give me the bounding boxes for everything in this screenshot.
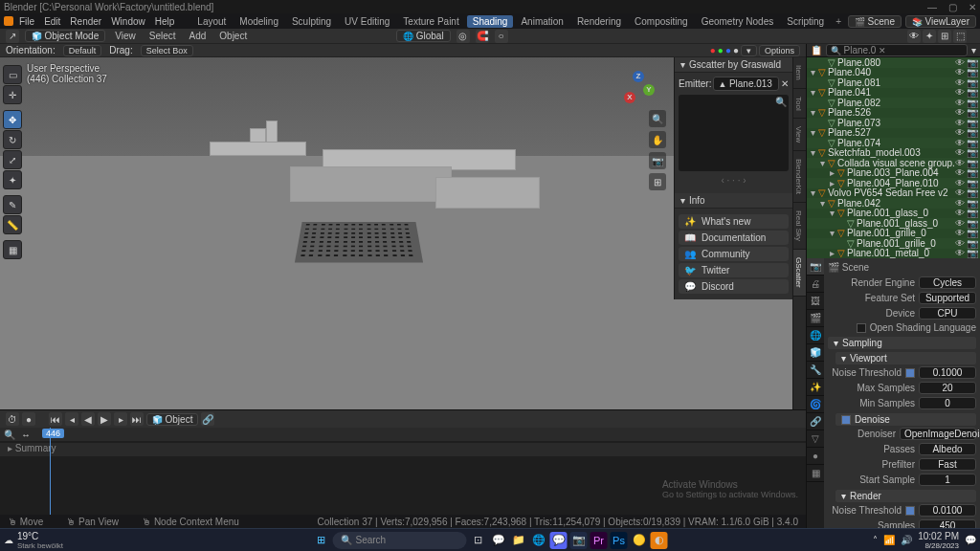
volume-icon[interactable]: 🔊 — [901, 535, 912, 545]
ptab-texture[interactable]: ▦ — [807, 465, 824, 482]
outliner-row[interactable]: ▾▽Plane.042👁📷 — [807, 198, 980, 209]
r-noise[interactable]: 0.0100 — [919, 504, 976, 517]
section-viewport[interactable]: ▾ Viewport — [835, 352, 976, 364]
section-render[interactable]: ▾ Render — [835, 490, 976, 502]
options-dropdown[interactable]: Options — [759, 45, 800, 56]
feature-set[interactable]: Supported — [919, 292, 976, 304]
menu-object[interactable]: Object — [215, 31, 251, 41]
outliner-tree[interactable]: ▽Plane.080👁📷▾▽Plane.040👁📷▽Plane.081👁📷▾▽P… — [807, 57, 980, 258]
chrome-icon[interactable]: 🟡 — [631, 532, 648, 549]
weather-widget[interactable]: ☁ 19°CStark bewölkt — [4, 531, 63, 550]
outliner-row[interactable]: ▽Plane.080👁📷 — [807, 57, 980, 68]
outliner-row[interactable]: ▽Plane.074👁📷 — [807, 138, 980, 148]
orientation-dropdown[interactable]: 🌐 Global — [396, 30, 450, 42]
ptab-world[interactable]: 🌐 — [807, 327, 824, 344]
camera-icon[interactable]: 📷 — [649, 152, 666, 169]
persp-icon[interactable]: ⊞ — [649, 173, 666, 190]
link-twitter[interactable]: 🐦Twitter — [679, 263, 789, 277]
taskbar-search[interactable]: 🔍Search — [333, 532, 467, 549]
orientation-select[interactable]: Default — [63, 45, 102, 56]
overlay-icon[interactable]: ⊞ — [938, 30, 951, 43]
transform-tool[interactable]: ✦ — [3, 170, 22, 189]
ws-animation[interactable]: Animation — [515, 15, 568, 28]
play-rev-icon[interactable]: ◀ — [81, 412, 95, 426]
viz-icon[interactable]: 👁 — [907, 30, 921, 43]
menu-view[interactable]: View — [111, 31, 140, 41]
ws-compositing[interactable]: Compositing — [629, 15, 694, 28]
minimize-icon[interactable]: — — [927, 2, 937, 12]
tab-blenderkit[interactable]: BlenderKit — [793, 151, 806, 203]
3d-viewport[interactable]: ▭ ✛ ✥ ↻ ⤢ ✦ ✎ 📏 ▦ User Perspective (446)… — [0, 57, 806, 409]
ptab-constraints[interactable]: 🔗 — [807, 413, 824, 430]
outliner-row[interactable]: ▾▽Plane.001_glass_0👁📷 — [807, 209, 980, 219]
outliner-search[interactable]: 🔍 Plane.0 ✕ — [826, 44, 968, 56]
filter-icon[interactable]: ↔ — [21, 430, 31, 440]
ptab-modifier[interactable]: 🔧 — [807, 362, 824, 379]
zoom-icon[interactable]: 🔍 — [649, 110, 666, 127]
blender-icon[interactable]: ◐ — [651, 532, 668, 549]
chevron-up-icon[interactable]: ˄ — [873, 535, 878, 545]
jump-end-icon[interactable]: ⏭ — [130, 412, 144, 426]
ws-texpaint[interactable]: Texture Paint — [397, 15, 464, 28]
filter-icon[interactable]: ▾ — [741, 45, 757, 56]
noise-check[interactable] — [905, 368, 915, 378]
ptab-particles[interactable]: ✨ — [807, 379, 824, 396]
scale-tool[interactable]: ⤢ — [3, 150, 22, 169]
cursor-tool[interactable]: ✛ — [3, 85, 22, 104]
annotate-tool[interactable]: ✎ — [3, 195, 22, 214]
tl-autokey-icon[interactable]: ● — [22, 412, 35, 426]
ptab-viewlayer[interactable]: 🖼 — [807, 293, 824, 310]
ptab-output[interactable]: 🖨 — [807, 276, 824, 293]
emitter-dropdown[interactable]: ▲ Plane.013 — [713, 77, 779, 91]
emitter-clear-icon[interactable]: ✕ — [781, 78, 789, 89]
outliner-row[interactable]: ▽Plane.001_glass_0👁📷 — [807, 218, 980, 229]
search-icon[interactable]: 🔍 — [4, 430, 15, 440]
ws-scripting[interactable]: Scripting — [781, 15, 830, 28]
ptab-physics[interactable]: 🌀 — [807, 396, 824, 413]
ws-geonodes[interactable]: Geometry Nodes — [696, 15, 780, 28]
prefilter[interactable]: Fast — [919, 458, 976, 471]
ws-shading[interactable]: Shading — [467, 15, 514, 28]
menu-help[interactable]: Help — [151, 16, 179, 27]
play-icon[interactable]: ▶ — [98, 412, 111, 426]
app2-icon[interactable]: 📷 — [570, 532, 588, 549]
osl-checkbox[interactable] — [857, 323, 866, 333]
tab-tool[interactable]: Tool — [793, 89, 806, 120]
section-sampling[interactable]: ▾ Sampling — [828, 337, 976, 349]
jump-start-icon[interactable]: ⏮ — [49, 412, 62, 426]
render-engine[interactable]: Cycles — [919, 276, 976, 289]
app1-icon[interactable]: 💬 — [550, 532, 568, 549]
premiere-icon[interactable]: Pr — [590, 532, 608, 549]
ws-uv[interactable]: UV Editing — [339, 15, 395, 28]
device-select[interactable]: CPU — [919, 307, 976, 320]
menu-window[interactable]: Window — [107, 16, 149, 27]
outliner-row[interactable]: ▾▽Plane.041👁📷 — [807, 88, 980, 99]
edge-icon[interactable]: 🌐 — [530, 532, 547, 549]
move-tool[interactable]: ✥ — [3, 110, 22, 129]
gizmo-icon[interactable]: ✦ — [923, 30, 936, 43]
outliner-row[interactable]: ▾▽Plane.001_grille_0👁📷 — [807, 229, 980, 239]
drag-select[interactable]: Select Box — [141, 45, 193, 56]
nav-gizmo[interactable]: Z Y X — [622, 71, 655, 103]
maximize-icon[interactable]: ▢ — [948, 2, 957, 12]
tab-item[interactable]: Item — [793, 57, 806, 89]
photoshop-icon[interactable]: Ps — [611, 532, 628, 549]
link-docs[interactable]: 📖Documentation — [679, 231, 789, 245]
menu-add[interactable]: Add — [186, 31, 211, 41]
xray-icon[interactable]: ⬚ — [953, 30, 967, 43]
proportional-icon[interactable]: ○ — [495, 30, 508, 43]
outliner-row[interactable]: ▸▽Plane.001_metal_0👁📷 — [807, 249, 980, 259]
scene-dropdown[interactable]: 🎬 Scene — [848, 15, 902, 28]
key-prev-icon[interactable]: ◂ — [65, 412, 78, 426]
timeline-area[interactable]: 🔍 ↔ ▸ Summary 446 — [0, 428, 806, 515]
ptab-material[interactable]: ● — [807, 448, 824, 465]
ptab-object[interactable]: 🧊 — [807, 344, 824, 362]
filter-icon[interactable]: ▾ — [971, 45, 976, 55]
section-denoise[interactable]: Denoise — [835, 413, 976, 426]
key-next-icon[interactable]: ▸ — [114, 412, 127, 426]
viewlayer-dropdown[interactable]: 📚 ViewLayer — [905, 15, 976, 28]
tl-link-icon[interactable]: 🔗 — [201, 412, 214, 426]
menu-render[interactable]: Render — [66, 16, 105, 27]
link-community[interactable]: 👥Community — [679, 247, 789, 261]
tab-realsky[interactable]: Real Sky — [793, 203, 806, 250]
